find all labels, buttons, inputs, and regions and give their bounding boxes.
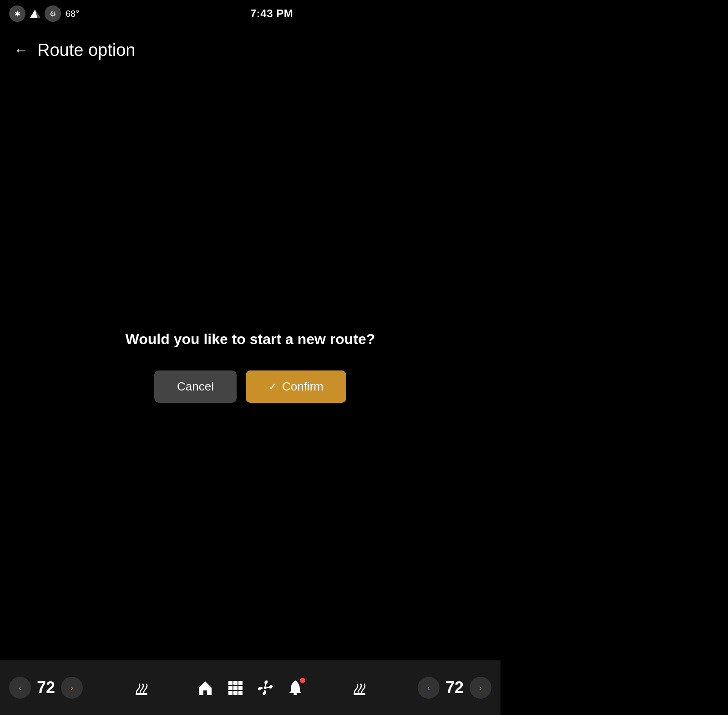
left-temp-display: 72 xyxy=(35,678,57,697)
right-prev-button[interactable]: ‹ xyxy=(418,677,440,699)
page-title: Route option xyxy=(37,41,136,60)
svg-point-12 xyxy=(264,686,267,689)
status-bar: ✱ ⚙ 68° 7:43 PM xyxy=(0,0,500,27)
svg-rect-10 xyxy=(233,691,238,695)
svg-rect-7 xyxy=(233,686,238,690)
notification-wrapper xyxy=(287,680,303,696)
fan-icon[interactable] xyxy=(257,680,273,696)
svg-rect-2 xyxy=(136,693,147,695)
svg-rect-5 xyxy=(238,681,243,685)
confirm-check-icon: ✓ xyxy=(268,381,277,393)
left-temp-control: ‹ 72 › xyxy=(9,677,83,699)
main-content: Would you like to start a new route? Can… xyxy=(0,73,500,660)
right-next-button[interactable]: › xyxy=(470,677,491,699)
back-button[interactable]: ← xyxy=(14,42,28,59)
svg-rect-3 xyxy=(228,681,233,685)
confirm-label: Confirm xyxy=(282,380,324,394)
svg-rect-6 xyxy=(228,686,233,690)
signal-icon xyxy=(30,9,40,19)
svg-rect-9 xyxy=(228,691,233,695)
notification-dot xyxy=(300,678,305,683)
dialog-buttons: Cancel ✓ Confirm xyxy=(154,370,346,403)
home-icon[interactable] xyxy=(197,680,213,696)
dialog-question: Would you like to start a new route? xyxy=(126,331,375,348)
right-temp-control: ‹ 72 › xyxy=(418,677,491,699)
svg-rect-13 xyxy=(293,693,297,695)
bottom-bar: ‹ 72 › xyxy=(0,660,500,715)
header: ← Route option xyxy=(0,27,500,73)
temperature-display: 68° xyxy=(66,9,79,19)
bluetooth-icon: ✱ xyxy=(9,5,25,22)
seat-heat-right-icon[interactable] xyxy=(353,680,369,696)
svg-rect-14 xyxy=(354,693,365,695)
grid-icon[interactable] xyxy=(227,680,243,696)
left-prev-button[interactable]: ‹ xyxy=(9,677,31,699)
settings-icon: ⚙ xyxy=(45,5,61,22)
svg-rect-8 xyxy=(238,686,243,690)
status-left: ✱ ⚙ 68° xyxy=(9,5,79,22)
cancel-button[interactable]: Cancel xyxy=(154,370,237,403)
seat-heat-left-icon[interactable] xyxy=(132,680,148,696)
svg-rect-11 xyxy=(238,691,243,695)
notification-icon[interactable] xyxy=(287,680,303,696)
confirm-button[interactable]: ✓ Confirm xyxy=(246,370,346,403)
left-next-button[interactable]: › xyxy=(61,677,83,699)
right-temp-display: 72 xyxy=(443,678,466,697)
svg-rect-4 xyxy=(233,681,238,685)
center-nav-icons xyxy=(197,680,303,696)
clock-display: 7:43 PM xyxy=(250,7,293,20)
